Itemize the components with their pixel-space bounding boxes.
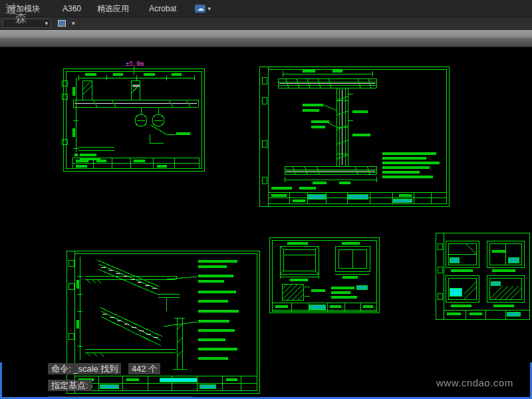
ribbon-strip <box>0 30 532 47</box>
menu-item-acrobat[interactable]: Acrobat <box>142 0 183 17</box>
elevation-label: ±5.0m <box>126 61 144 67</box>
window-edge-left <box>0 362 2 399</box>
drawing-canvas[interactable]: ±5.0m 命令: _scale 找到 442 个 指定基点: 指定比例因子或 … <box>0 47 532 399</box>
cloud-icon: ☁ <box>195 5 205 13</box>
command-line-panel: 命令: _scale 找到 442 个 指定基点: 指定比例因子或 [复制(C)… <box>48 362 193 399</box>
cad-drawings <box>0 47 532 399</box>
window-icon <box>58 20 66 27</box>
command-history-line-1: 命令: _scale 找到 442 个 <box>48 362 193 374</box>
chevron-down-icon: ▾ <box>45 20 48 27</box>
menu-item-addons[interactable]: 附加模块 <box>1 0 47 17</box>
autocad-window: 附加模块 A360 精选应用 Acrobat ☁ ▾ ▾ ▾ <box>0 0 532 399</box>
command-text: 命令: _scale 找到 <box>48 363 121 374</box>
cad-drawing-beam-section <box>62 66 204 171</box>
cad-drawing-column-section <box>259 66 449 206</box>
cad-drawing-detail-sheet-1 <box>269 237 379 313</box>
command-found-count: 442 个 <box>128 363 160 374</box>
cad-drawing-detail-sheet-2 <box>436 233 530 319</box>
chevron-down-icon: ▾ <box>207 5 211 12</box>
viewport-window-button[interactable] <box>56 19 68 29</box>
menu-item-a360[interactable]: A360 <box>56 0 88 17</box>
command-history-line-2: 指定基点: <box>48 379 193 391</box>
toolbar-overflow-chevron-icon[interactable]: ▾ <box>72 20 75 27</box>
a360-cloud-button[interactable]: ☁ ▾ <box>192 3 213 14</box>
menu-bar: 附加模块 A360 精选应用 Acrobat ☁ ▾ <box>0 0 532 17</box>
command-prompt-base-point: 指定基点: <box>48 380 92 391</box>
menu-item-featured-apps[interactable]: 精选应用 <box>90 0 136 17</box>
watermark-site: www.cndao.com <box>436 377 513 388</box>
workspace-dropdown[interactable]: ▾ <box>3 19 51 28</box>
quick-access-toolbar: ▾ ▾ <box>0 17 532 30</box>
